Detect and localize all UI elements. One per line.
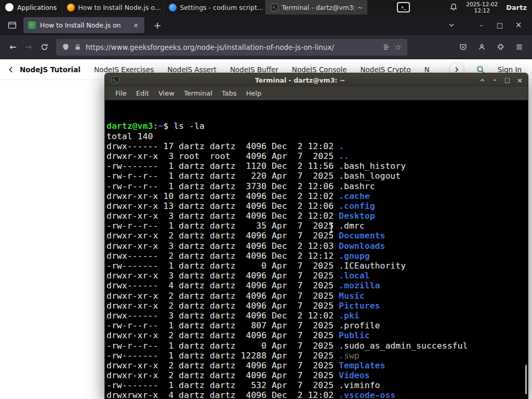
terminal-line: -rw------- 1 dartz dartz 532 Apr 7 2025 … — [107, 380, 528, 390]
terminal-body[interactable]: dartz@vm3:~$ ls -latotal 140drwx------ 1… — [105, 100, 528, 399]
tab-close-icon[interactable]: × — [132, 21, 140, 29]
terminal-menubar: FileEditViewTerminalTabsHelp — [105, 87, 528, 100]
terminal-menu-view[interactable]: View — [154, 89, 179, 97]
terminal-line: total 140 — [107, 131, 528, 141]
terminal-minimize-button[interactable]: – — [490, 76, 499, 85]
terminal-line: drwx------ 17 dartz dartz 4096 Dec 2 12:… — [107, 141, 528, 151]
list-all-tabs-icon[interactable] — [445, 18, 458, 32]
terminal-line: drwxr-xr-x 2 dartz dartz 4096 Apr 7 2025… — [107, 301, 528, 311]
applications-icon — [5, 3, 14, 11]
url-text: https://www.geeksforgeeks.org/node-js/in… — [86, 43, 378, 51]
terminal-line: drwxr-xr-x 2 dartz dartz 4096 Apr 7 2025… — [107, 291, 528, 301]
terminal-line: drwxr-xr-x 2 dartz dartz 4096 Apr 7 2025… — [107, 231, 528, 241]
terminal-line: drwx------ 2 dartz dartz 4096 Dec 2 12:1… — [107, 251, 528, 261]
terminal-line: -rw-r--r-- 1 dartz dartz 220 Apr 7 2025 … — [107, 171, 528, 181]
clock-date: 2025-12-02 — [466, 1, 498, 7]
panel-tray: >_ 2025-12-02 12:12 Dartz — [397, 1, 532, 14]
user-label: Dartz — [506, 4, 528, 11]
terminal-line: drwxr-xr-x 3 root root 4096 Apr 7 2025 .… — [107, 151, 528, 161]
notification-bell-icon[interactable] — [449, 3, 458, 11]
terminal-output: dartz@vm3:~$ ls -latotal 140drwx------ 1… — [107, 121, 528, 399]
terminal-line: drwxr-xr-x 3 dartz dartz 4096 Dec 2 12:0… — [107, 211, 528, 221]
terminal-line: drwxr-xr-x 2 dartz dartz 4096 Apr 7 2025… — [107, 361, 528, 370]
terminal-line: drwx------ 4 dartz dartz 4096 Apr 7 2025… — [107, 281, 528, 290]
codium-icon — [169, 4, 177, 11]
menu-hamburger-icon[interactable] — [511, 39, 527, 55]
url-bar[interactable]: https://www.geeksforgeeks.org/node-js/in… — [56, 39, 407, 56]
top-panel: Applications How to Install Node.js o...… — [0, 0, 532, 15]
toolbar-right-icons — [455, 39, 527, 55]
terminal-menu-file[interactable]: File — [111, 89, 131, 97]
panel-window-button-label: Settings - codium script... — [180, 4, 263, 11]
terminal-close-button[interactable]: × — [515, 76, 524, 85]
firefox-view-icon[interactable] — [5, 18, 19, 32]
terminal-window: Terminal - dartz@vm3: ~ – □ × FileEditVi… — [104, 73, 528, 399]
reader-view-icon[interactable] — [382, 43, 390, 51]
terminal-icon: >_ — [271, 4, 278, 11]
panel-window-button-label: How to Install Node.js o... — [78, 4, 161, 11]
forward-button: → — [21, 39, 36, 55]
terminal-line: drwxr-xr-x 2 dartz dartz 4096 Apr 7 2025… — [107, 370, 528, 380]
terminal-line: drwxr-xr-x 3 dartz dartz 4096 Dec 2 12:0… — [107, 241, 528, 251]
terminal-menu-terminal[interactable]: Terminal — [179, 89, 217, 97]
bookmark-star-icon[interactable]: ☆ — [395, 43, 402, 52]
tab-bar: How to Install Node.js on × + – □ × — [0, 15, 532, 35]
pocket-icon[interactable] — [455, 39, 471, 55]
panel-clock[interactable]: 2025-12-02 12:12 — [466, 1, 498, 14]
terminal-title: Terminal - dartz@vm3: ~ — [122, 76, 478, 84]
tray-terminal-glyph: >_ — [401, 5, 406, 10]
navigation-toolbar: ← → https://www.geeksforgeeks.org/node-j… — [0, 35, 532, 59]
browser-tab[interactable]: How to Install Node.js on × — [23, 17, 144, 33]
terminal-line: -rw------- 1 dartz dartz 0 Apr 7 2025 .I… — [107, 261, 528, 271]
browser-window-controls: – □ × — [475, 19, 527, 31]
terminal-line: drwxr-xr-x 2 dartz dartz 4096 Apr 7 2025… — [107, 330, 528, 340]
panel-window-buttons: How to Install Node.js o...Settings - co… — [62, 0, 367, 15]
terminal-line: -rw------- 1 dartz dartz 1120 Dec 2 11:5… — [107, 161, 528, 171]
panel-window-button[interactable]: How to Install Node.js o... — [62, 0, 164, 15]
account-icon[interactable] — [474, 39, 489, 55]
terminal-line: -rw-r--r-- 1 dartz dartz 807 Apr 7 2025 … — [107, 321, 528, 330]
terminal-window-controls: – □ × — [478, 76, 524, 85]
terminal-scrollbar[interactable] — [525, 365, 527, 394]
applications-label: Applications — [17, 4, 57, 11]
panel-window-button[interactable]: >_Terminal - dartz@vm3: ~ — [265, 0, 367, 15]
terminal-line: -rw-r--r-- 1 dartz dartz 3730 Dec 2 12:0… — [107, 181, 528, 191]
panel-window-button[interactable]: Settings - codium script... — [164, 0, 265, 15]
terminal-line: drwx------ 3 dartz dartz 4096 Dec 2 12:0… — [107, 311, 528, 321]
browser-maximize-button[interactable]: □ — [494, 19, 506, 31]
terminal-line: drwxr-xr-x 10 dartz dartz 4096 Dec 2 12:… — [107, 191, 528, 201]
browser-minimize-button[interactable]: – — [475, 19, 487, 31]
new-tab-button[interactable]: + — [151, 18, 164, 32]
gfg-nav-chevron-left-icon[interactable] — [7, 66, 15, 73]
reload-button[interactable] — [36, 39, 52, 55]
terminal-menu-help[interactable]: Help — [242, 89, 267, 97]
gfg-nav-link[interactable]: NodeJS Tutorial — [20, 65, 81, 74]
terminal-line: drwxr-xr-x 3 dartz dartz 4096 Apr 7 2025… — [107, 271, 528, 281]
terminal-shade-icon[interactable] — [478, 76, 487, 85]
terminal-line: -rw-r--r-- 1 dartz dartz 35 Apr 7 2025 .… — [107, 221, 528, 231]
geeksforgeeks-favicon — [28, 21, 36, 29]
terminal-line: drwxr-xr-x 13 dartz dartz 4096 Dec 2 12:… — [107, 201, 528, 211]
terminal-app-icon — [111, 76, 119, 84]
tracking-shield-icon[interactable] — [62, 43, 70, 51]
terminal-maximize-button[interactable]: □ — [503, 76, 512, 85]
padlock-icon[interactable] — [74, 44, 81, 50]
applications-menu-button[interactable]: Applications — [0, 0, 62, 15]
terminal-titlebar[interactable]: Terminal - dartz@vm3: ~ – □ × — [105, 73, 528, 87]
terminal-line: drwxrwxr-x 4 dartz dartz 4096 Dec 2 12:0… — [107, 390, 528, 399]
back-button[interactable]: ← — [5, 39, 21, 55]
tray-terminal-icon[interactable]: >_ — [397, 2, 410, 12]
firefox-icon — [67, 4, 75, 11]
terminal-menu-edit[interactable]: Edit — [131, 89, 154, 97]
terminal-line: dartz@vm3:~$ ls -la — [107, 121, 528, 131]
terminal-line: -rw-r--r-- 1 dartz dartz 0 Apr 7 2025 .s… — [107, 341, 528, 351]
tab-title: How to Install Node.js on — [40, 21, 128, 29]
mouse-text-cursor — [331, 223, 332, 232]
clock-time: 12:12 — [466, 7, 498, 14]
terminal-menu-tabs[interactable]: Tabs — [217, 89, 242, 97]
terminal-line: -rw------- 1 dartz dartz 12288 Apr 7 202… — [107, 351, 528, 361]
browser-close-button[interactable]: × — [512, 19, 525, 31]
extensions-icon[interactable] — [493, 39, 508, 55]
panel-window-button-label: Terminal - dartz@vm3: ~ — [282, 4, 363, 11]
